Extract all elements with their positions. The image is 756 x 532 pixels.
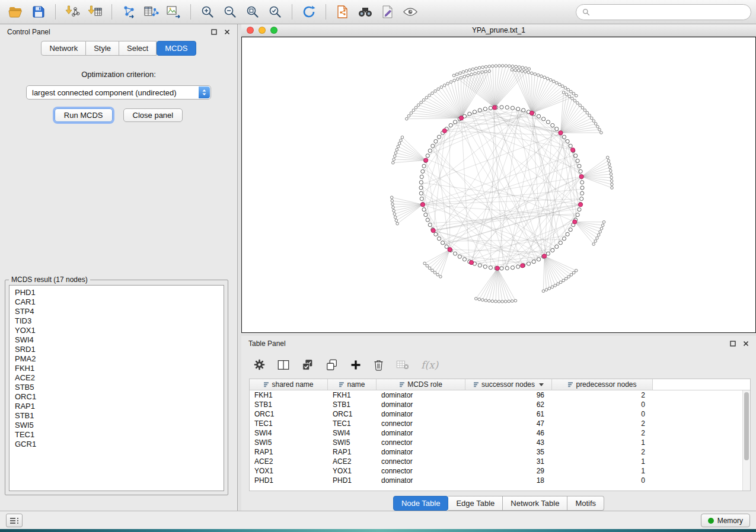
save-session-button[interactable] [28,2,49,21]
share-document-button[interactable] [332,2,353,21]
column-header-MCDS-role[interactable]: MCDS role [377,379,465,390]
result-node[interactable]: STP4 [15,307,218,316]
mcds-result-group: MCDS result (17 nodes) PHD1CAR1STP4TID3Y… [5,275,228,495]
table-cell: RAP1 [250,447,328,457]
result-node[interactable]: STB1 [15,411,218,421]
search-network-button[interactable] [355,2,376,21]
tab-motifs[interactable]: Motifs [567,496,604,511]
result-node[interactable]: RAP1 [15,402,218,411]
deselect-all-rows-button[interactable] [326,358,339,371]
show-columns-button[interactable] [277,358,290,371]
memory-label: Memory [717,517,743,525]
table-row[interactable]: FKH1FKH1dominator962 [250,390,750,400]
result-node[interactable]: ORC1 [15,392,218,402]
optimization-select[interactable]: largest connected component (undirected) [26,85,211,100]
result-node[interactable]: ACE2 [15,373,218,383]
export-image-button[interactable] [163,2,184,21]
table-row[interactable]: ACE2ACE2connector311 [250,457,750,466]
table-row[interactable]: SWI4SWI4dominator462 [250,428,750,438]
result-node[interactable]: SWI5 [15,421,218,430]
table-panel-title: Table Panel [248,339,286,348]
result-node[interactable]: TID3 [15,316,218,326]
node-table: shared namenameMCDS rolesuccessor nodesp… [249,379,751,491]
table-cell: RAP1 [328,447,377,457]
table-toolbar: f(x) [241,351,756,376]
tab-mcds[interactable]: MCDS [157,41,196,56]
delete-column-button[interactable] [373,358,384,371]
table-row[interactable]: ORC1ORC1dominator610 [250,409,750,419]
tab-network-table[interactable]: Network Table [503,496,567,511]
search-input[interactable] [594,8,751,17]
result-node[interactable]: STB5 [15,383,218,392]
tab-style[interactable]: Style [86,41,119,56]
result-node[interactable]: CAR1 [15,297,218,307]
result-node[interactable]: YOX1 [15,326,218,335]
show-hide-graphics-button[interactable] [400,2,421,21]
memory-button[interactable]: Memory [701,514,750,527]
column-header-name[interactable]: name [328,379,377,390]
result-node[interactable]: PMA2 [15,354,218,364]
network-window-titlebar: YPA_prune.txt_1 [241,24,756,37]
plus-icon [350,359,362,371]
close-panel-x-button[interactable] [224,29,230,35]
table-row[interactable]: STB1STB1dominator620 [250,400,750,409]
close-panel-button[interactable]: Close panel [123,108,183,122]
result-node[interactable]: TEC1 [15,430,218,440]
table-scrollbar-thumb[interactable] [744,392,749,460]
toolbar-separator [292,4,292,20]
import-table-button[interactable] [84,2,106,21]
table-row[interactable]: YOX1YOX1connector291 [250,466,750,476]
column-header-predecessor-nodes[interactable]: predecessor nodes [552,379,653,390]
tab-node-table[interactable]: Node Table [393,496,449,511]
table-row[interactable]: PHD1PHD1dominator180 [250,476,750,485]
tab-edge-table[interactable]: Edge Table [448,496,503,511]
zoom-selected-button[interactable] [264,2,286,21]
table-row[interactable]: TEC1TEC1connector472 [250,419,750,428]
export-network-button[interactable] [118,2,139,21]
open-file-button[interactable] [5,2,27,21]
table-cell: ACE2 [250,457,328,466]
float-table-panel-button[interactable] [730,341,736,347]
zoom-out-button[interactable] [219,2,241,21]
table-scrollbar[interactable] [742,390,750,491]
network-canvas[interactable] [241,37,756,333]
result-node[interactable]: SWI4 [15,335,218,345]
gear-icon [253,358,266,371]
result-node[interactable]: SRD1 [15,345,218,354]
control-panel: Control Panel NetworkStyleSelectMCDS Opt… [0,24,238,511]
table-cell: 0 [552,409,653,419]
toolbar-search[interactable] [576,4,751,20]
table-cell: ORC1 [328,409,377,419]
status-bar: Memory [0,511,756,529]
column-header-successor-nodes[interactable]: successor nodes [465,379,552,390]
main-toolbar [0,0,756,24]
export-image-icon [166,5,181,19]
table-cell: 18 [465,476,552,485]
tab-select[interactable]: Select [119,41,157,56]
node-table-body: FKH1FKH1dominator962STB1STB1dominator620… [250,390,750,485]
close-table-panel-button[interactable] [743,341,749,347]
add-column-button[interactable] [350,359,362,371]
result-node[interactable]: PHD1 [15,288,218,297]
export-table-button[interactable] [141,2,162,21]
zoom-in-button[interactable] [197,2,218,21]
refresh-layout-button[interactable] [298,2,320,21]
tab-network[interactable]: Network [41,41,86,56]
apply-style-button[interactable] [377,2,398,21]
result-node[interactable]: FKH1 [15,364,218,373]
zoom-fit-button[interactable] [242,2,263,21]
table-row[interactable]: SWI5SWI5connector431 [250,438,750,447]
table-cell: SWI5 [328,438,377,447]
open-folder-icon [8,5,24,19]
select-all-rows-button[interactable] [301,358,314,371]
table-row[interactable]: RAP1RAP1dominator352 [250,447,750,457]
run-mcds-button[interactable]: Run MCDS [55,108,113,122]
save-icon [31,5,46,19]
import-network-button[interactable] [62,2,83,21]
panel-menu-button[interactable] [6,514,23,527]
result-node[interactable]: GCR1 [15,440,218,449]
float-panel-button[interactable] [211,29,217,35]
table-settings-button[interactable] [253,358,266,371]
node-table-header: shared namenameMCDS rolesuccessor nodesp… [250,379,750,390]
column-header-shared-name[interactable]: shared name [250,379,328,390]
